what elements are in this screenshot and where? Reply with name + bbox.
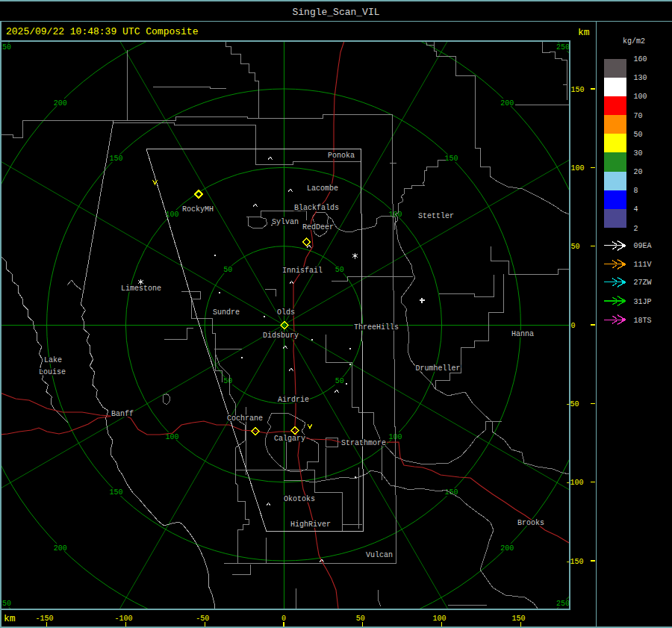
svg-text:-150: -150 xyxy=(566,558,584,566)
svg-text:150: 150 xyxy=(110,488,123,497)
svg-text:50: 50 xyxy=(335,377,344,385)
svg-text:Louise: Louise xyxy=(39,368,66,376)
svg-text:160: 160 xyxy=(634,55,647,63)
svg-text:50: 50 xyxy=(634,131,643,139)
svg-text:200: 200 xyxy=(54,99,67,108)
svg-text:250: 250 xyxy=(556,43,570,52)
svg-text:-50: -50 xyxy=(566,400,579,408)
svg-text:8: 8 xyxy=(634,187,638,195)
svg-text:Limestone: Limestone xyxy=(121,285,161,293)
svg-text:0: 0 xyxy=(281,615,286,623)
svg-text:Sundre: Sundre xyxy=(213,308,240,317)
svg-text:250: 250 xyxy=(556,600,570,608)
svg-text:Didsbury: Didsbury xyxy=(263,332,299,340)
svg-text:0: 0 xyxy=(571,322,576,330)
svg-text:Airdrie: Airdrie xyxy=(278,396,309,404)
svg-text:200: 200 xyxy=(500,544,514,553)
svg-text:50: 50 xyxy=(335,266,344,274)
svg-text:200: 200 xyxy=(54,544,67,553)
svg-text:Okotoks: Okotoks xyxy=(284,495,315,503)
svg-text:HighRiver: HighRiver xyxy=(290,520,331,529)
svg-text:Brooks: Brooks xyxy=(517,519,544,527)
svg-text:kg/m2: kg/m2 xyxy=(623,37,645,46)
svg-text:km: km xyxy=(4,613,16,624)
svg-text:Ponoka: Ponoka xyxy=(328,152,355,160)
svg-text:Strathmore: Strathmore xyxy=(341,439,386,447)
svg-text:Blackfalds: Blackfalds xyxy=(294,204,339,212)
svg-text:km: km xyxy=(578,27,590,38)
svg-text:Vulcan: Vulcan xyxy=(366,551,393,559)
svg-text:-150: -150 xyxy=(36,615,54,623)
svg-text:150: 150 xyxy=(110,155,123,163)
svg-text:Innisfail: Innisfail xyxy=(282,267,323,275)
svg-text:Hanna: Hanna xyxy=(511,330,534,338)
svg-text:2025/09/22 10:48:39 UTC Compos: 2025/09/22 10:48:39 UTC Composite xyxy=(6,26,198,37)
svg-text:70: 70 xyxy=(634,112,643,120)
svg-text:Stettler: Stettler xyxy=(418,212,454,220)
svg-text:150: 150 xyxy=(444,155,458,163)
svg-text:150: 150 xyxy=(571,86,585,94)
svg-text:-100: -100 xyxy=(114,615,132,623)
svg-text:100: 100 xyxy=(571,164,585,172)
svg-text:27ZW: 27ZW xyxy=(634,279,652,287)
svg-text:50: 50 xyxy=(571,243,580,251)
svg-text:150: 150 xyxy=(511,615,525,623)
svg-text:Banff: Banff xyxy=(111,410,134,418)
svg-text:18TS: 18TS xyxy=(634,317,652,325)
svg-text:-50: -50 xyxy=(196,615,209,623)
svg-text:RockyMH: RockyMH xyxy=(182,205,214,214)
svg-text:Single_Scan_VIL: Single_Scan_VIL xyxy=(292,7,379,18)
svg-text:20: 20 xyxy=(634,168,643,176)
svg-text:50: 50 xyxy=(223,266,232,274)
svg-text:4: 4 xyxy=(634,205,638,214)
svg-text:130: 130 xyxy=(634,74,647,82)
svg-text:200: 200 xyxy=(500,99,514,108)
svg-text:31JP: 31JP xyxy=(634,298,652,306)
svg-text:50: 50 xyxy=(223,377,232,385)
svg-text:50: 50 xyxy=(356,615,365,623)
svg-text:250: 250 xyxy=(0,43,11,52)
svg-text:Cochrane: Cochrane xyxy=(227,414,263,423)
svg-text:111V: 111V xyxy=(634,261,652,269)
svg-text:100: 100 xyxy=(433,615,447,623)
svg-text:Drumheller: Drumheller xyxy=(416,364,461,373)
svg-text:2: 2 xyxy=(634,225,638,233)
svg-text:Sylvan: Sylvan xyxy=(272,218,299,226)
svg-text:Olds: Olds xyxy=(277,308,295,317)
svg-text:Lacombe: Lacombe xyxy=(307,184,338,193)
svg-text:09EA: 09EA xyxy=(634,242,652,250)
svg-text:-100: -100 xyxy=(566,479,584,487)
svg-text:30: 30 xyxy=(634,149,643,158)
svg-text:250: 250 xyxy=(0,600,11,608)
svg-text:RedDeer: RedDeer xyxy=(302,223,334,231)
svg-text:Lake: Lake xyxy=(44,356,62,364)
svg-text:100: 100 xyxy=(634,93,647,101)
svg-text:ThreeHills: ThreeHills xyxy=(354,323,399,332)
svg-text:150: 150 xyxy=(444,488,458,497)
svg-text:Calgary: Calgary xyxy=(274,435,305,443)
